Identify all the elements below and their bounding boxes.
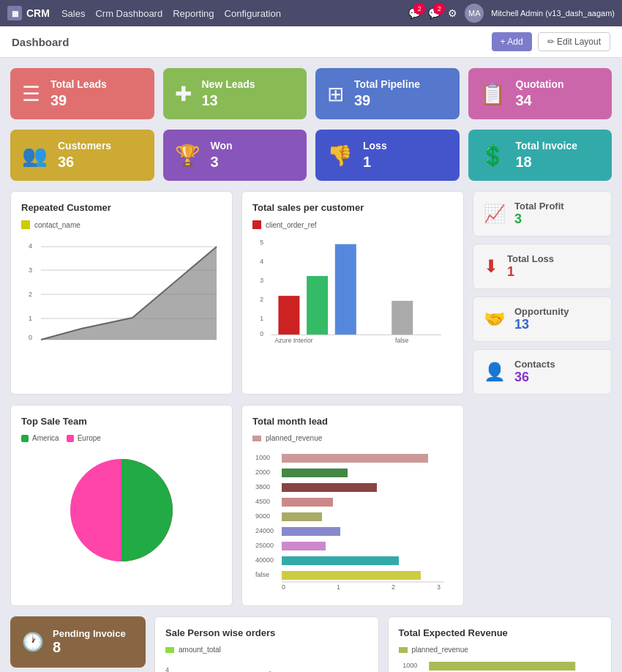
notification-icon-2[interactable]: 💬 2 (428, 7, 441, 19)
panel-card-0[interactable]: 📈 Total Profit 3 (473, 191, 612, 236)
svg-rect-41 (282, 512, 322, 521)
stat-card-row2-0[interactable]: 👥 Customers 36 (10, 130, 154, 181)
stat-value: 1 (363, 154, 387, 171)
panel-icon: ⬇ (484, 256, 498, 277)
stat-label: Quotation (516, 78, 564, 90)
invoice-value: 8 (53, 639, 126, 656)
svg-marker-10 (41, 247, 217, 340)
bottom-row: 🕐 Pending Invoice 8 ✔ Paid Invoice 10 Sa… (10, 616, 612, 672)
invoice-label: Pending Invoice (53, 628, 126, 639)
svg-text:4: 4 (260, 258, 263, 265)
stat-label: Total Leads (50, 78, 107, 90)
svg-text:24000: 24000 (255, 527, 274, 534)
settings-icon[interactable]: ⚙ (448, 7, 457, 19)
chart6-title: Total Expected Revenue (399, 627, 602, 638)
stat-label: New Leads (202, 78, 255, 90)
panel-value: 36 (514, 370, 555, 385)
stat-icon: ☰ (22, 82, 40, 106)
chart6-svg: 1000 2000 3800 4482 4500 5474 5600 7784 … (399, 657, 602, 672)
chart3-legend-america: America (21, 434, 59, 442)
svg-text:40000: 40000 (255, 556, 274, 564)
svg-rect-22 (335, 244, 356, 335)
stat-value: 18 (516, 154, 578, 171)
chart4-legend-label: planned_revenue (266, 434, 322, 442)
chart2-title: Total sales per customer (252, 202, 453, 213)
chart2-svg: 5 4 3 2 1 0 Azure Interior false (252, 234, 453, 343)
panel-value: 3 (514, 212, 564, 227)
stat-icon: 💲 (480, 143, 506, 168)
invoice-cards: 🕐 Pending Invoice 8 ✔ Paid Invoice 10 (10, 616, 146, 672)
panel-card-1[interactable]: ⬇ Total Loss 1 (473, 244, 612, 289)
stat-card-row1-2[interactable]: ⊞ Total Pipeline 39 (315, 68, 460, 119)
chart6-legend-label: planned_revenue (412, 646, 468, 654)
svg-text:false: false (255, 571, 269, 578)
stat-icon: ⊞ (327, 82, 344, 106)
chart4-legend-dot (252, 436, 261, 441)
svg-text:4500: 4500 (255, 498, 270, 505)
stat-card-row1-3[interactable]: 📋 Quotation 34 (468, 68, 612, 119)
stat-icon: 🏆 (175, 143, 201, 168)
svg-rect-23 (391, 301, 413, 335)
chart2-legend-label: client_order_ref (266, 221, 316, 229)
brand[interactable]: ▦ CRM (7, 6, 50, 20)
pie-chart-svg (56, 448, 187, 565)
svg-rect-39 (282, 483, 377, 492)
nav-config[interactable]: Configuration (225, 8, 281, 19)
svg-text:false: false (395, 337, 409, 343)
page-title: Dashboard (12, 36, 69, 48)
chart6-legend-dot (399, 647, 408, 653)
brand-icon: ▦ (7, 6, 22, 20)
nav-reporting[interactable]: Reporting (173, 8, 214, 19)
panel-card-3[interactable]: 👤 Contacts 36 (473, 349, 612, 395)
total-sales-chart: Total sales per customer client_order_re… (241, 191, 464, 395)
stat-value: 3 (211, 154, 233, 171)
total-month-lead-chart: Total month lead planned_revenue 1000 20… (241, 405, 464, 606)
stat-card-row1-0[interactable]: ☰ Total Leads 39 (10, 68, 154, 119)
stat-card-row2-2[interactable]: 👎 Loss 1 (315, 130, 460, 181)
svg-text:1000: 1000 (402, 662, 417, 669)
panel-card-2[interactable]: 🤝 Opportunity 13 (473, 296, 612, 342)
svg-text:4: 4 (165, 666, 169, 672)
invoice-card-0[interactable]: 🕐 Pending Invoice 8 (10, 616, 146, 668)
svg-rect-44 (282, 556, 399, 565)
edit-layout-button[interactable]: ✏ Edit Layout (538, 32, 610, 51)
avatar[interactable]: MA (465, 4, 484, 23)
nav-crm[interactable]: Crm Dashboard (95, 8, 162, 19)
panel-icon: 📈 (484, 204, 506, 224)
chart1-legend-dot (21, 220, 30, 229)
notification-icon-1[interactable]: 💬 2 (408, 7, 421, 19)
chart3-title: Top Sale Team (21, 416, 222, 427)
svg-text:3: 3 (437, 583, 441, 591)
stat-value: 34 (516, 92, 564, 109)
stat-card-row2-1[interactable]: 🏆 Won 3 (163, 130, 307, 181)
chart5-legend-dot (165, 647, 174, 653)
svg-text:5: 5 (260, 239, 263, 246)
panel-value: 13 (514, 317, 569, 332)
stat-value: 39 (50, 92, 107, 109)
stat-icon: 👥 (22, 143, 48, 168)
chart5-svg: 4 3 2 1 0 79 147 320 377.5 399 750 800.4… (165, 657, 368, 672)
add-button[interactable]: + Add (492, 32, 532, 51)
nav-sales[interactable]: Sales (61, 8, 86, 19)
stat-card-row1-1[interactable]: ✚ New Leads 13 (163, 68, 307, 119)
expected-revenue-chart: Total Expected Revenue planned_revenue 1… (388, 616, 612, 672)
top-sale-team-chart: Top Sale Team America Europe (10, 405, 233, 606)
svg-text:0: 0 (29, 334, 32, 341)
stat-value: 13 (202, 92, 255, 109)
panel-icon: 🤝 (484, 309, 506, 329)
chart1-legend-label: contact_name (34, 221, 80, 229)
svg-text:2: 2 (260, 296, 263, 303)
chart3-legend-europe: Europe (67, 434, 101, 442)
user-label: Mitchell Admin (v13_dash_aagam) (491, 9, 615, 18)
svg-text:0: 0 (282, 583, 285, 591)
svg-text:3: 3 (29, 266, 32, 274)
svg-text:25000: 25000 (255, 542, 274, 549)
svg-text:0: 0 (260, 330, 263, 337)
repeated-customer-chart: Repeated Customer contact_name 4 3 2 1 0 (10, 191, 233, 395)
panel-value: 1 (507, 264, 554, 280)
stat-card-row2-3[interactable]: 💲 Total Invoice 18 (468, 130, 612, 181)
stat-label: Customers (58, 140, 111, 152)
chart4-title: Total month lead (252, 416, 453, 427)
svg-text:Azure Interior: Azure Interior (275, 337, 313, 343)
chart5-title: Sale Person wise orders (165, 627, 368, 638)
